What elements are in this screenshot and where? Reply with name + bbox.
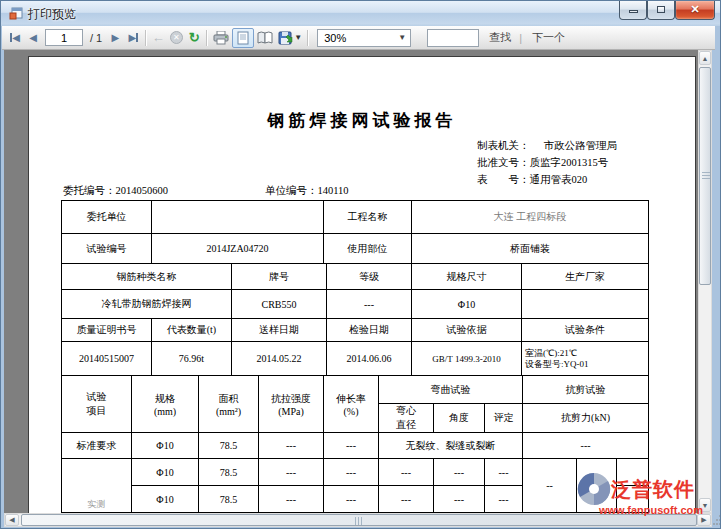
header-cell: 角度 xyxy=(434,404,485,433)
next-page-button[interactable]: ▶ xyxy=(106,29,124,47)
cell: --- xyxy=(523,433,649,459)
test-table: 试验项目 规格(mm) 面积(mm²) 抗拉强度(MPa) 伸长率(%) 弯曲试… xyxy=(61,375,649,513)
print-button[interactable] xyxy=(210,28,232,48)
info-table-b: 钢筋种类名称 牌号 等级 规格尺寸 生产厂家 冷轧带肋钢筋焊接网 CRB550 … xyxy=(61,263,649,319)
find-button[interactable]: 查找 xyxy=(489,30,511,45)
maximize-button[interactable] xyxy=(647,1,675,20)
cell: --- xyxy=(327,290,412,319)
approval-line: 批准文号：质监字2001315号 xyxy=(477,156,608,170)
printer-icon xyxy=(213,31,229,45)
cell: 78.5 xyxy=(199,486,259,513)
cell: 质量证明书号 xyxy=(62,319,152,342)
cell: 实测 xyxy=(62,459,132,513)
cell: --- xyxy=(485,459,523,486)
cell: --- xyxy=(485,486,523,513)
print-layout-button[interactable] xyxy=(232,28,254,48)
window-title: 打印预览 xyxy=(28,6,76,23)
vertical-scrollbar[interactable]: ▲ ▼ xyxy=(698,50,712,513)
test-condition-cell: 室温(℃):21℃ 设备型号:YQ-01 xyxy=(522,342,649,376)
dropdown-caret-icon: ▼ xyxy=(294,33,302,42)
cell: 委托单位 xyxy=(62,201,152,234)
info-table-c: 质量证明书号 代表数量(t) 送样日期 检验日期 试验依据 试验条件 20140… xyxy=(61,318,649,376)
minimize-button[interactable] xyxy=(619,1,647,20)
cell: GB/T 1499.3-2010 xyxy=(412,342,522,376)
info-table-a: 委托单位 工程名称 大连 工程四标段 试验编号 2014JZA04720 使用部… xyxy=(61,200,649,264)
scroll-left-button[interactable]: ◀ xyxy=(5,514,19,526)
header-cell: 抗剪力(kN) xyxy=(523,404,649,433)
find-next-button[interactable]: 下一个 xyxy=(532,30,565,45)
stop-button[interactable]: ✕ xyxy=(167,29,185,47)
page-total-label: / 1 xyxy=(90,32,102,44)
cell: --- xyxy=(324,486,379,513)
cell: 工程名称 xyxy=(324,201,412,234)
cell: --- xyxy=(379,486,434,513)
cell: 20140515007 xyxy=(62,342,152,376)
resize-grip-icon[interactable] xyxy=(713,515,721,527)
cell: 试验编号 xyxy=(62,234,152,264)
header-cell: 面积(mm²) xyxy=(199,376,259,433)
close-button[interactable]: ✕ xyxy=(675,1,715,20)
cell: --- xyxy=(259,433,324,459)
previous-page-button[interactable]: ◀ xyxy=(24,29,42,47)
cell: CRB550 xyxy=(232,290,327,319)
header-cell: 试验项目 xyxy=(62,376,132,433)
cell: 78.5 xyxy=(199,433,259,459)
cell: --- xyxy=(379,459,434,486)
header-cell: 抗拉强度(MPa) xyxy=(259,376,324,433)
cell: Φ10 xyxy=(412,290,522,319)
separator xyxy=(206,30,207,46)
cell: 牌号 xyxy=(232,264,327,290)
cell: 2014.05.22 xyxy=(232,342,327,376)
cell: Φ10 xyxy=(132,459,199,486)
cell: 规格尺寸 xyxy=(412,264,522,290)
cell: 冷轧带肋钢筋焊接网 xyxy=(62,290,232,319)
titlebar: 打印预览 ✕ xyxy=(1,1,720,26)
cell: 78.5 xyxy=(199,459,259,486)
cell: 桥面铺装 xyxy=(412,234,649,264)
zoom-value: 30% xyxy=(324,32,346,44)
cell: 2014JZA04720 xyxy=(152,234,324,264)
header-cell: 规格(mm) xyxy=(132,376,199,433)
export-button[interactable]: ▼ xyxy=(276,28,304,48)
zoom-combobox[interactable]: 30% ▼ xyxy=(317,29,411,47)
cell: --- xyxy=(259,486,324,513)
header-cell: 伸长率(%) xyxy=(324,376,379,433)
page-layout-icon xyxy=(237,31,249,45)
cell: 钢筋种类名称 xyxy=(62,264,232,290)
cell: 检验日期 xyxy=(327,319,412,342)
cell: 试验条件 xyxy=(522,319,649,342)
cell: 试验依据 xyxy=(412,319,522,342)
cell: 使用部位 xyxy=(324,234,412,264)
watermark-url: www.fanpusoft.com xyxy=(599,504,719,516)
form-number-line: 表 号：通用管表020 xyxy=(477,173,587,187)
watermark-brand: 泛普软件 xyxy=(611,478,695,500)
header-cell: 弯心直径 xyxy=(379,404,434,433)
back-button[interactable]: ← xyxy=(149,29,167,47)
last-page-button[interactable]: ▶ xyxy=(124,29,142,47)
cell: Φ10 xyxy=(132,433,199,459)
page-number-input[interactable] xyxy=(45,29,83,46)
fanpu-watermark: 泛普软件 www.fanpusoft.com xyxy=(577,472,719,516)
search-input[interactable] xyxy=(427,29,479,47)
page-setup-button[interactable] xyxy=(254,28,276,48)
cell: 送样日期 xyxy=(232,319,327,342)
agency-line: 制表机关：市政公路管理局 xyxy=(477,139,617,153)
cell: 大连 工程四标段 xyxy=(412,201,649,234)
preview-area: 钢筋焊接网试验报告 制表机关：市政公路管理局 批准文号：质监字2001315号 … xyxy=(4,50,698,513)
cell: 2014.06.06 xyxy=(327,342,412,376)
refresh-button[interactable]: ↻ xyxy=(185,29,203,47)
report-tables: 委托单位 工程名称 大连 工程四标段 试验编号 2014JZA04720 使用部… xyxy=(61,200,648,513)
print-preview-window: 打印预览 ✕ ◀ ◀ / 1 ▶ ▶ ← ✕ ↻ xyxy=(0,0,721,529)
cell: -- xyxy=(523,459,577,513)
first-page-button[interactable]: ◀ xyxy=(6,29,24,47)
separator: | xyxy=(519,32,522,44)
cell: --- xyxy=(324,459,379,486)
header-cell: 弯曲试验 xyxy=(379,376,523,404)
book-icon xyxy=(257,31,273,44)
separator xyxy=(307,30,308,46)
cell: 代表数量(t) xyxy=(152,319,232,342)
vertical-scroll-thumb[interactable] xyxy=(699,67,711,285)
scroll-up-button[interactable]: ▲ xyxy=(699,51,711,65)
cell: 标准要求 xyxy=(62,433,132,459)
cell: 生产厂家 xyxy=(522,264,649,290)
